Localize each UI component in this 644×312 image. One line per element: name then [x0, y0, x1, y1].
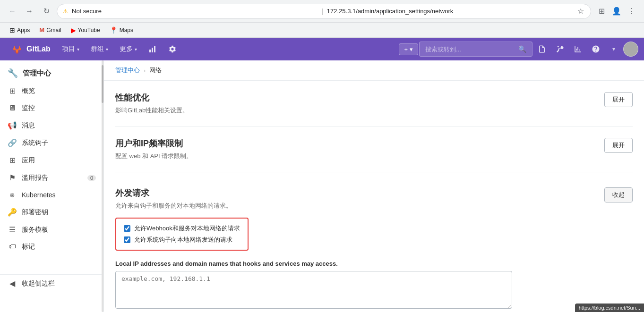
nav-projects[interactable]: 项目 ▾ [56, 38, 85, 60]
bookmark-gmail-label: Gmail [46, 27, 61, 34]
nav-groups-chevron: ▾ [106, 47, 108, 52]
sidebar-item-hooks[interactable]: 🔗 系统钩子 [0, 134, 103, 152]
search-input[interactable] [425, 46, 515, 53]
outgoing-section-header: 外发请求 允许来自钩子和服务的对本地网络的请求。 收起 [115, 187, 633, 210]
nav-stats[interactable] [143, 38, 163, 60]
outgoing-desc: 允许来自钩子和服务的对本地网络的请求。 [115, 202, 232, 210]
abuse-badge: 0 [87, 175, 96, 181]
sidebar-kubernetes-label: Kubernetes [22, 191, 56, 199]
sidebar-item-overview[interactable]: ⊞ 概览 [0, 82, 103, 100]
nav-help-icon[interactable] [587, 41, 604, 58]
bookmark-apps-label: Apps [17, 27, 30, 34]
user-avatar[interactable] [623, 42, 638, 57]
nav-code-icon[interactable] [533, 41, 550, 58]
nav-projects-chevron: ▾ [77, 47, 79, 52]
outgoing-section-text: 外发请求 允许来自钩子和服务的对本地网络的请求。 [115, 187, 232, 210]
nav-merge-icon[interactable] [551, 41, 568, 58]
sidebar-monitor-label: 监控 [22, 104, 35, 112]
outgoing-checkbox-group: 允许Webhook和服务对本地网络的请求 允许系统钩子向本地网络发送的请求 [115, 218, 249, 251]
outgoing-title: 外发请求 [115, 187, 232, 199]
monitor-icon: 🖥 [8, 104, 17, 112]
allow-webhook-label[interactable]: 允许Webhook和服务对本地网络的请求 [134, 224, 240, 233]
sidebar-item-kubernetes[interactable]: ⎈ Kubernetes [0, 186, 103, 203]
sidebar-header: 🔧 管理中心 [0, 60, 103, 82]
browser-chrome: ← → ↻ ⚠ Not secure | 172.25.3.1/admin/ap… [0, 0, 644, 23]
sidebar-scrollbar[interactable] [102, 60, 103, 312]
nav-activity-icon[interactable] [569, 41, 586, 58]
url-separator: | [321, 8, 323, 15]
bookmark-youtube[interactable]: ▶ YouTube [67, 25, 104, 35]
gitlab-navbar: GitLab 项目 ▾ 群组 ▾ 更多 ▾ + ▾ 🔍 [0, 38, 644, 60]
allow-system-hooks-label[interactable]: 允许系统钩子向本地网络发送的请求 [134, 236, 232, 244]
sidebar-messages-label: 消息 [22, 121, 35, 130]
nav-groups[interactable]: 群组 ▾ [85, 38, 114, 60]
address-bar[interactable]: ⚠ Not secure | 172.25.3.1/admin/applicat… [57, 4, 591, 19]
gitlab-logo[interactable]: GitLab [6, 43, 56, 55]
allow-webhook-checkbox[interactable] [124, 225, 130, 232]
search-box[interactable]: 🔍 [419, 42, 532, 57]
sidebar-item-labels[interactable]: 🏷 标记 [0, 238, 103, 255]
kubernetes-icon: ⎈ [8, 191, 17, 199]
messages-icon: 📢 [8, 121, 17, 130]
abuse-icon: ⚑ [8, 173, 17, 182]
bookmark-gmail[interactable]: M Gmail [35, 25, 65, 34]
gitlab-logo-text: GitLab [26, 45, 51, 53]
nav-more-chevron: ▾ [135, 47, 137, 52]
new-item-chevron: ▾ [410, 46, 413, 53]
performance-section-text: 性能优化 影响GitLab性能相关设置。 [115, 92, 189, 115]
performance-section: 性能优化 影响GitLab性能相关设置。 展开 [115, 92, 633, 126]
bookmark-youtube-label: YouTube [78, 27, 100, 34]
nav-more-label: 更多 [120, 45, 133, 53]
breadcrumb-parent[interactable]: 管理中心 [115, 66, 140, 75]
system-hooks-checkbox-row: 允许系统钩子向本地网络发送的请求 [124, 236, 240, 244]
profile-button[interactable]: 👤 [610, 5, 623, 18]
nav-settings[interactable] [163, 38, 182, 60]
nav-more[interactable]: 更多 ▾ [114, 38, 143, 60]
bookmark-maps-label: Maps [120, 27, 133, 34]
bookmark-maps[interactable]: 📍 Maps [106, 25, 137, 35]
page-layout: 🔧 管理中心 ⊞ 概览 🖥 监控 📢 消息 🔗 系统钩子 ⊞ 应用 ⚑ 滥用报告… [0, 60, 644, 312]
back-button[interactable]: ← [6, 5, 19, 18]
sidebar-scroll-thumb[interactable] [102, 65, 103, 103]
sidebar-deploy-keys-label: 部署密钥 [22, 208, 48, 217]
outgoing-collapse-button[interactable]: 收起 [604, 187, 633, 202]
url-display: 172.25.3.1/admin/application_settings/ne… [327, 8, 573, 15]
bookmark-apps[interactable]: ⊞ Apps [6, 25, 34, 35]
bookmark-star-button[interactable]: ☆ [576, 6, 585, 17]
rate-limit-section-header: 用户和IP频率限制 配置 web 和 API 请求限制。 展开 [115, 138, 633, 160]
performance-title: 性能优化 [115, 92, 189, 103]
reload-button[interactable]: ↻ [40, 5, 53, 18]
menu-button[interactable]: ⋮ [625, 5, 638, 18]
rate-limit-expand-button[interactable]: 展开 [604, 138, 633, 153]
nav-chevron-icon[interactable]: ▾ [605, 41, 622, 58]
sidebar-service-templates-label: 服务模板 [22, 226, 48, 234]
sidebar-item-monitor[interactable]: 🖥 监控 [0, 100, 103, 117]
sidebar-apps-label: 应用 [22, 156, 35, 165]
sidebar-item-messages[interactable]: 📢 消息 [0, 117, 103, 134]
nav-projects-label: 项目 [62, 45, 75, 53]
sidebar-item-service-templates[interactable]: ☰ 服务模板 [0, 221, 103, 238]
extensions-button[interactable]: ⊞ [595, 5, 608, 18]
sidebar-labels-label: 标记 [22, 243, 35, 251]
gmail-icon: M [39, 26, 44, 34]
sidebar-collapse-button[interactable]: ◀ 收起侧边栏 [0, 274, 103, 292]
forward-button[interactable]: → [23, 5, 36, 18]
rate-limit-section-text: 用户和IP频率限制 配置 web 和 API 请求限制。 [115, 138, 192, 160]
sidebar-item-deploy-keys[interactable]: 🔑 部署密钥 [0, 203, 103, 221]
url-prefix: Not secure [72, 8, 318, 15]
apps-sidebar-icon: ⊞ [8, 156, 17, 165]
sidebar-item-apps[interactable]: ⊞ 应用 [0, 152, 103, 169]
collapse-icon: ◀ [8, 279, 17, 288]
youtube-icon: ▶ [71, 26, 76, 34]
sidebar-item-abuse[interactable]: ⚑ 滥用报告 0 [0, 169, 103, 186]
content-area: 性能优化 影响GitLab性能相关设置。 展开 用户和IP频率限制 配置 web… [104, 81, 644, 312]
local-ip-textarea[interactable] [115, 271, 512, 309]
sidebar-title: 管理中心 [23, 69, 51, 78]
browser-right-buttons: ⊞ 👤 ⋮ [595, 5, 638, 18]
apps-icon: ⊞ [9, 26, 15, 34]
performance-expand-button[interactable]: 展开 [604, 92, 633, 107]
new-item-button[interactable]: + ▾ [399, 43, 418, 55]
service-templates-icon: ☰ [8, 225, 17, 234]
maps-icon: 📍 [110, 26, 118, 34]
allow-system-hooks-checkbox[interactable] [124, 236, 130, 243]
